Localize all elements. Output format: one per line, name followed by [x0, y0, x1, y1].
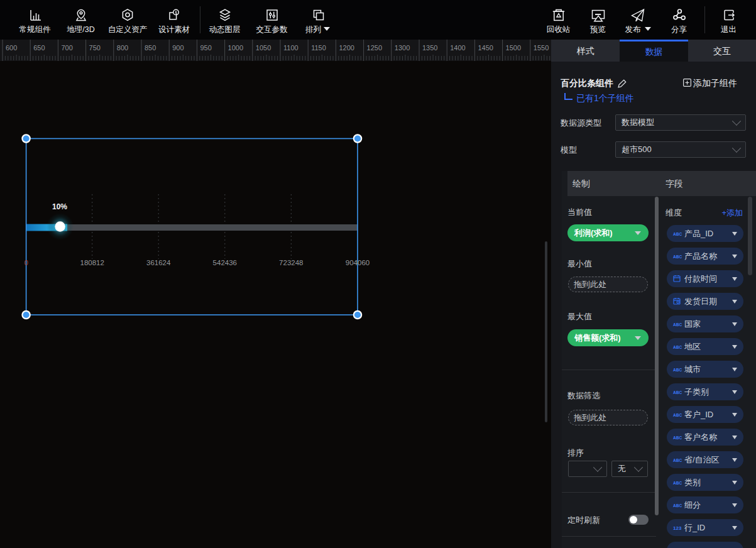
- svg-text:723248: 723248: [279, 259, 303, 266]
- svg-text:1200: 1200: [339, 44, 354, 52]
- svg-text:600: 600: [6, 44, 17, 52]
- svg-text:750: 750: [89, 44, 101, 52]
- svg-text:180812: 180812: [80, 259, 104, 266]
- svg-text:650: 650: [33, 44, 45, 52]
- svg-text:1150: 1150: [311, 44, 326, 52]
- svg-text:361624: 361624: [146, 259, 171, 266]
- svg-text:850: 850: [145, 44, 156, 52]
- svg-text:800: 800: [117, 44, 128, 52]
- svg-text:0: 0: [24, 259, 28, 266]
- svg-text:1500: 1500: [506, 44, 521, 52]
- svg-text:1050: 1050: [256, 44, 271, 52]
- svg-text:950: 950: [200, 44, 211, 52]
- svg-text:1550: 1550: [534, 44, 549, 52]
- svg-text:10%: 10%: [52, 202, 67, 211]
- svg-text:542436: 542436: [213, 259, 237, 266]
- svg-text:904060: 904060: [346, 259, 370, 266]
- svg-text:1250: 1250: [367, 44, 382, 52]
- svg-text:700: 700: [61, 44, 72, 52]
- svg-text:1350: 1350: [422, 44, 437, 52]
- svg-text:1300: 1300: [395, 44, 410, 52]
- svg-text:1400: 1400: [450, 44, 465, 52]
- svg-text:900: 900: [172, 44, 184, 52]
- svg-text:1100: 1100: [283, 44, 299, 52]
- svg-text:1450: 1450: [478, 44, 493, 52]
- svg-text:1000: 1000: [228, 44, 243, 52]
